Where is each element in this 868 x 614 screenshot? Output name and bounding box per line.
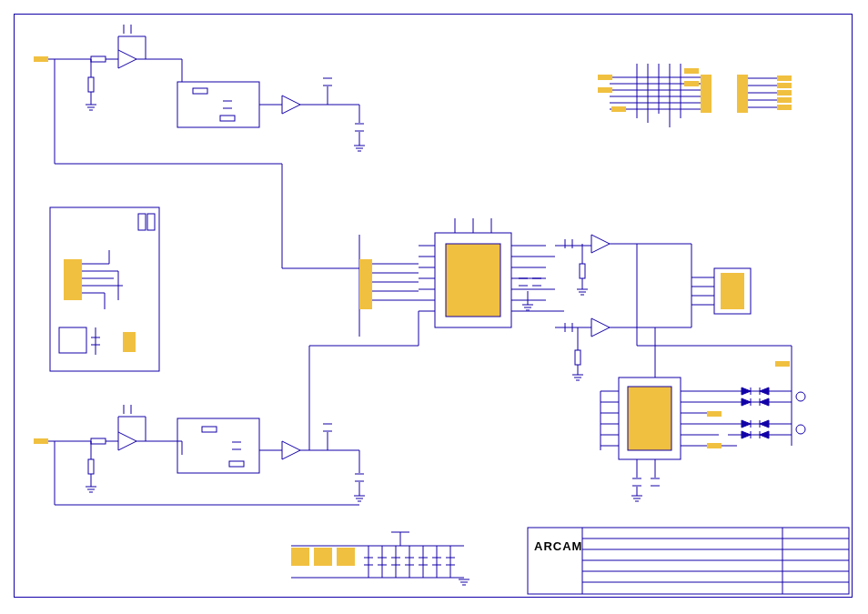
svg-rect-109 bbox=[628, 387, 671, 450]
svg-rect-159 bbox=[314, 548, 332, 566]
svg-rect-149 bbox=[701, 75, 712, 113]
svg-rect-21 bbox=[177, 82, 259, 127]
lower-left-chain bbox=[34, 346, 365, 505]
upper-left-chain bbox=[34, 25, 365, 268]
svg-rect-59 bbox=[147, 214, 155, 230]
title-block bbox=[528, 528, 849, 594]
svg-rect-108 bbox=[687, 255, 837, 373]
svg-rect-102 bbox=[721, 273, 744, 309]
svg-rect-150 bbox=[737, 75, 748, 113]
power-block bbox=[291, 532, 469, 585]
svg-rect-71 bbox=[446, 244, 500, 317]
right-block bbox=[601, 244, 837, 501]
svg-rect-160 bbox=[337, 548, 355, 566]
svg-rect-60 bbox=[59, 327, 86, 353]
svg-point-128 bbox=[796, 425, 805, 434]
svg-rect-65 bbox=[359, 259, 372, 309]
schematic-page: ARCAM bbox=[0, 0, 868, 614]
svg-point-127 bbox=[796, 392, 805, 401]
logo-text: ARCAM bbox=[534, 539, 582, 553]
left-connector-box bbox=[50, 207, 159, 371]
svg-rect-158 bbox=[291, 548, 309, 566]
center-ic bbox=[282, 218, 691, 380]
svg-rect-39 bbox=[177, 418, 259, 473]
svg-rect-62 bbox=[123, 332, 136, 352]
svg-rect-58 bbox=[138, 214, 146, 230]
schematic-svg bbox=[0, 0, 868, 614]
svg-rect-49 bbox=[64, 259, 82, 300]
top-right-connectors bbox=[598, 64, 792, 127]
